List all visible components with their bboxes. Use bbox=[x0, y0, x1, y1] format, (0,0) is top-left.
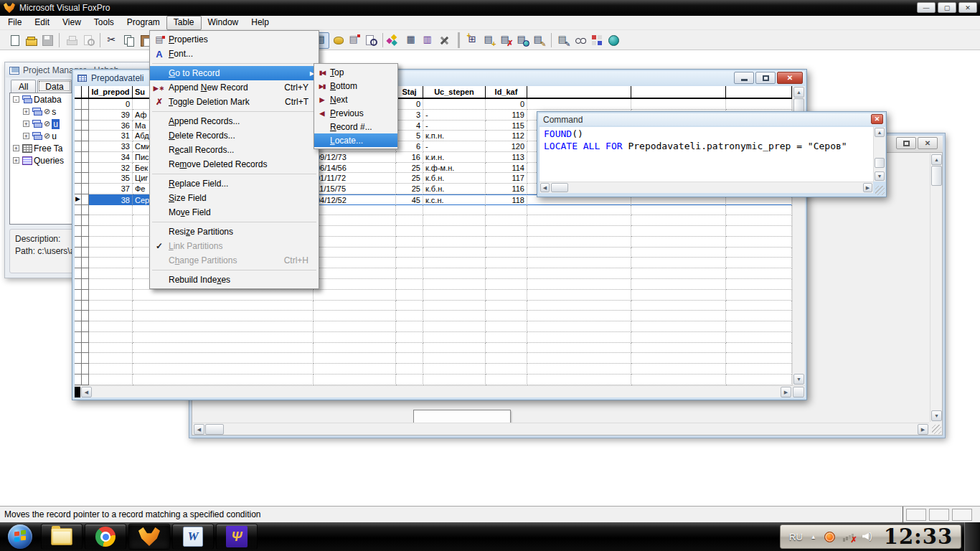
grid-cell[interactable] bbox=[314, 268, 396, 279]
grid-cell[interactable] bbox=[726, 205, 792, 216]
deletion-mark-cell[interactable] bbox=[82, 215, 89, 226]
grid-cell[interactable] bbox=[396, 321, 423, 332]
grid-horizontal-scrollbar[interactable]: ◀ ▶ bbox=[75, 385, 805, 397]
save-button[interactable] bbox=[39, 32, 55, 48]
grid-cell[interactable]: 35 bbox=[89, 173, 133, 184]
grid-cell[interactable] bbox=[133, 321, 314, 332]
menu-item-next[interactable]: Next bbox=[314, 93, 397, 106]
refresh-record-button[interactable] bbox=[514, 32, 531, 49]
grid-cell[interactable] bbox=[89, 343, 133, 354]
tools-button[interactable] bbox=[436, 32, 453, 49]
grid-cell[interactable] bbox=[423, 311, 486, 321]
open-button[interactable] bbox=[22, 32, 39, 48]
grid-cell[interactable]: 01/11/72 bbox=[314, 173, 396, 184]
expand-arrow-icon[interactable]: ▲ bbox=[811, 534, 816, 540]
deletion-mark-cell[interactable] bbox=[82, 163, 89, 174]
grid-cell[interactable] bbox=[133, 311, 314, 321]
deletion-mark-cell[interactable] bbox=[82, 173, 89, 184]
data-session-button[interactable] bbox=[329, 32, 346, 49]
grid-cell[interactable] bbox=[631, 279, 726, 290]
deletion-mark-cell[interactable] bbox=[82, 301, 89, 311]
minimize-button[interactable]: — bbox=[917, 2, 936, 13]
grid-cell[interactable] bbox=[396, 343, 423, 354]
grid-cell[interactable]: 34 bbox=[89, 152, 133, 163]
grid-cell[interactable] bbox=[423, 301, 486, 311]
deletion-mark-cell[interactable] bbox=[82, 205, 89, 216]
deletion-mark-cell[interactable] bbox=[82, 99, 89, 110]
command-window[interactable]: Command ✕ FOUND()LOCATE ALL FOR Prepodav… bbox=[537, 111, 887, 197]
grid-cell[interactable] bbox=[89, 279, 133, 290]
deletion-mark-cell[interactable] bbox=[82, 375, 89, 385]
table-row[interactable] bbox=[75, 290, 792, 301]
menu-item-resize-partitions[interactable]: Resize Partitions bbox=[150, 225, 319, 239]
menu-program[interactable]: Program bbox=[121, 16, 166, 30]
grid-cell[interactable] bbox=[631, 321, 726, 332]
scroll-right-button[interactable]: ▶ bbox=[781, 387, 791, 397]
grid-cell[interactable]: 0 bbox=[89, 99, 133, 110]
table-row[interactable] bbox=[75, 321, 792, 332]
grid-cell[interactable]: 4 bbox=[396, 121, 423, 131]
foxpro-taskbar-button[interactable] bbox=[128, 524, 170, 550]
grid-cell[interactable] bbox=[314, 258, 396, 268]
column-header-id_kaf[interactable]: Id_kaf bbox=[486, 86, 527, 99]
menu-table[interactable]: Table bbox=[166, 16, 202, 30]
partition-split-handle[interactable] bbox=[75, 387, 80, 397]
menu-item-rebuild-indexes[interactable]: Rebuild Indexes bbox=[150, 273, 319, 287]
grid-cell[interactable] bbox=[133, 301, 314, 311]
scroll-left-button[interactable]: ◀ bbox=[540, 183, 550, 192]
web-button[interactable] bbox=[605, 32, 621, 49]
tree-expand-box[interactable]: + bbox=[23, 108, 29, 115]
menu-item-record[interactable]: Record #... bbox=[314, 120, 397, 133]
grid-cell[interactable]: 25 bbox=[396, 163, 423, 174]
menu-item-font[interactable]: Font... bbox=[150, 47, 319, 61]
grid-cell[interactable] bbox=[726, 215, 792, 226]
grid-cell[interactable] bbox=[396, 248, 423, 258]
grid-cell[interactable] bbox=[89, 353, 133, 364]
maximize-button[interactable]: ▢ bbox=[938, 2, 956, 13]
grid-cell[interactable]: 0 bbox=[486, 99, 527, 110]
grid-cell[interactable] bbox=[89, 332, 133, 343]
grid-cell[interactable] bbox=[486, 248, 527, 258]
grid-cell[interactable] bbox=[486, 321, 527, 332]
show-desktop-button[interactable] bbox=[964, 522, 980, 551]
scroll-up-button[interactable]: ▲ bbox=[875, 128, 885, 137]
grid-cell[interactable] bbox=[726, 279, 792, 290]
grid-cell[interactable] bbox=[486, 237, 527, 248]
grid-cell[interactable] bbox=[423, 205, 486, 216]
menu-item-change-partitions[interactable]: Change PartitionsCtrl+H bbox=[150, 253, 319, 268]
grid-cell[interactable] bbox=[726, 268, 792, 279]
grid-cell[interactable] bbox=[726, 290, 792, 301]
grid-cell[interactable] bbox=[396, 353, 423, 364]
menu-edit[interactable]: Edit bbox=[28, 16, 56, 30]
copy-button[interactable] bbox=[121, 32, 137, 48]
grid-cell[interactable]: - bbox=[423, 121, 486, 131]
grid-cell[interactable] bbox=[486, 375, 527, 385]
grid-cell[interactable] bbox=[133, 332, 314, 343]
menu-item-append-new-record[interactable]: Append New RecordCtrl+Y bbox=[150, 80, 319, 95]
deletion-mark-cell[interactable] bbox=[82, 110, 89, 121]
grid-cell[interactable] bbox=[486, 215, 527, 226]
command-text-area[interactable]: FOUND()LOCATE ALL FOR Prepodavateli.patr… bbox=[540, 127, 873, 182]
vertical-scroll-thumb[interactable] bbox=[931, 166, 942, 186]
grid-cell[interactable] bbox=[314, 290, 396, 301]
grid-cell[interactable] bbox=[314, 321, 396, 332]
deletion-mark-cell[interactable] bbox=[82, 332, 89, 343]
grid-cell[interactable] bbox=[396, 364, 423, 375]
menu-item-top[interactable]: Top bbox=[314, 65, 397, 79]
grid-cell[interactable]: к.ф-м.н. bbox=[423, 163, 486, 174]
deletion-mark-cell[interactable] bbox=[82, 248, 89, 258]
minimize-button[interactable] bbox=[734, 72, 754, 84]
vertical-scroll-thumb[interactable] bbox=[875, 158, 885, 168]
scroll-up-button[interactable]: ▲ bbox=[793, 87, 804, 98]
deletion-mark-cell[interactable] bbox=[82, 258, 89, 268]
grid-cell[interactable] bbox=[486, 258, 527, 268]
delete-record-button[interactable] bbox=[498, 32, 514, 49]
grid-cell[interactable] bbox=[631, 205, 726, 216]
grid-cell[interactable] bbox=[631, 301, 726, 311]
volume-icon[interactable] bbox=[862, 532, 874, 542]
grid-cell[interactable]: 31 bbox=[89, 131, 133, 141]
grid-cell[interactable]: к.б.н. bbox=[423, 184, 486, 194]
deletion-mark-cell[interactable] bbox=[82, 121, 89, 131]
menu-item-bottom[interactable]: Bottom bbox=[314, 79, 397, 93]
grid-cell[interactable] bbox=[396, 301, 423, 311]
